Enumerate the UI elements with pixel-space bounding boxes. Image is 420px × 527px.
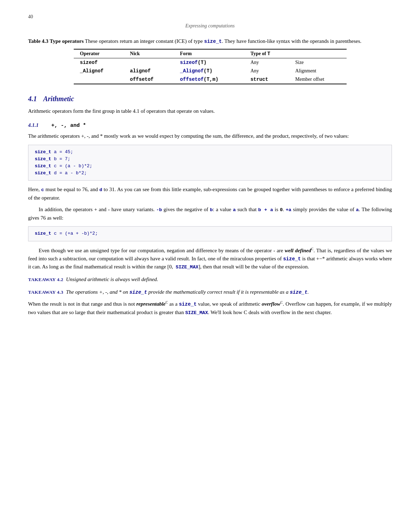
table-caption-code: size_t [204,39,222,44]
para-unary: In addition, the operators + and - have … [28,206,392,222]
col-form: Form [174,49,244,58]
takeaway-4-2: Takeaway 4.2 Unsigned arithmetic is alwa… [28,275,392,284]
code-block-1: size_t a = 45; size_t b = 7; size_t c = … [28,145,392,181]
table-caption: Table 4.3 Type operators These operators… [28,37,392,45]
page-header: Expressing computations [28,23,392,29]
para-well-defined: Even though we use an unsigned type for … [28,246,392,272]
col-desc [289,49,347,58]
table-caption-text: These operators return an integer consta… [84,38,203,44]
cell-operator-alignof: _Alignof [74,67,124,75]
section-4-1-number: 4.1 [28,95,37,103]
type-operators-table: Operator Nick Form Type of T sizeof size… [74,49,347,84]
table-caption-rest: . They have function-like syntax with th… [222,38,362,44]
cell-typet-offsetof: struct [244,75,289,84]
cell-desc-sizeof: Size [289,58,347,67]
table-header-row: Operator Nick Form Type of T [74,49,347,58]
takeaway-4-2-text: Unsigned arithmetic is always well defin… [66,276,158,282]
code-block-2: size_t c = (+a + -b)*2; [28,226,392,241]
cell-operator-offsetof [74,75,124,84]
col-typet: Type of T [244,49,289,58]
table-caption-title: Type operators [50,38,84,44]
table-row: sizeof sizeof(T) Any Size [74,58,347,67]
cell-typet-sizeof: Any [244,58,289,67]
cell-nick-offsetof: offsetof [124,75,174,84]
section-4-1-title: Arithmetic [43,95,74,103]
section-4-1-body: Arithmetic operators form the first grou… [28,107,392,115]
takeaway-4-3-text: The operations +, -, and * on size_t pro… [66,289,309,295]
cell-form-alignof: _Alignof(T) [174,67,244,75]
takeaway-4-2-label: Takeaway 4.2 [28,277,63,282]
cell-form-offsetof: offsetof(T,m) [174,75,244,84]
para-after-code1: Here, c must be equal to 76, and d to 31… [28,186,392,202]
table-row: _Alignof alignof _Alignof(T) Any Alignme… [74,67,347,75]
takeaway-4-3-label: Takeaway 4.3 [28,289,63,295]
cell-desc-offsetof: Member offset [289,75,347,84]
cell-nick-sizeof [124,58,174,67]
cell-desc-alignof: Alignment [289,67,347,75]
cell-nick-alignof: alignof [124,67,174,75]
takeaway-4-3: Takeaway 4.3 The operations +, -, and * … [28,288,392,297]
section-4-1-heading: 4.1Arithmetic [28,95,392,103]
section-4-1-1-number: 4.1.1 [28,122,46,128]
section-4-1-1-title: +, -, and * [51,123,86,129]
para-overflow: When the result is not in that range and… [28,300,392,317]
cell-form-sizeof: sizeof(T) [174,58,244,67]
col-operator: Operator [74,49,124,58]
page-number: 40 [28,14,392,20]
cell-operator-sizeof: sizeof [74,58,124,67]
section-4-1-1-intro: The arithmetic operators +, -, and * mos… [28,132,392,140]
section-4-1-1-heading: 4.1.1 +, -, and * [28,122,392,129]
col-nick: Nick [124,49,174,58]
table-row: offsetof offsetof(T,m) struct Member off… [74,75,347,84]
cell-typet-alignof: Any [244,67,289,75]
table-caption-prefix: Table 4.3 [28,38,48,44]
